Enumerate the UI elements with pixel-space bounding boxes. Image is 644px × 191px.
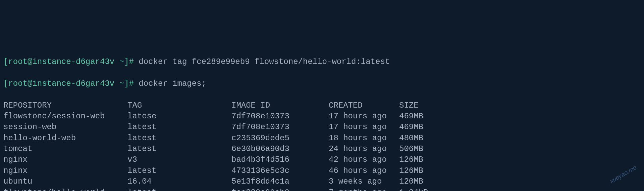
cell-image-id: c235369dede5: [231, 133, 329, 144]
cell-image-id: 6e30b06a90d3: [231, 144, 329, 154]
cell-repository: session-web: [3, 122, 127, 132]
command-line-2: [root@instance-d6gar43v ~]# docker image…: [3, 78, 641, 89]
cell-tag: 16.04: [127, 176, 231, 187]
cell-size: 506MB: [399, 144, 439, 154]
cell-tag: v3: [127, 154, 231, 165]
table-row: nginxlatest4733136e5c3c46 hours ago126MB: [3, 165, 439, 176]
header-size: SIZE: [399, 100, 439, 111]
prompt-open-bracket: [: [3, 79, 8, 88]
cell-tag: latest: [127, 187, 231, 191]
table-row: tomcatlatest6e30b06a90d324 hours ago506M…: [3, 144, 439, 154]
table-row: flowstone/hello-worldlatestfce289e99eb97…: [3, 187, 439, 191]
table-row: ubuntu16.045e13f8dd4c1a3 weeks ago120MB: [3, 176, 439, 187]
cell-size: 120MB: [399, 176, 439, 187]
header-image-id: IMAGE ID: [231, 100, 329, 111]
prompt-close-bracket: ]: [124, 79, 129, 88]
cell-image-id: 4733136e5c3c: [231, 165, 329, 176]
cell-tag: latest: [127, 144, 231, 154]
cell-created: 17 hours ago: [329, 122, 399, 132]
cell-size: 126MB: [399, 154, 439, 165]
cell-created: 24 hours ago: [329, 144, 399, 154]
prompt-symbol: #: [129, 79, 133, 88]
terminal-output[interactable]: [root@instance-d6gar43v ~]# docker tag f…: [3, 46, 641, 191]
cell-created: 17 hours ago: [329, 111, 399, 122]
cell-size: 469MB: [399, 122, 439, 132]
cell-repository: hello-world-web: [3, 133, 127, 144]
cell-created: 46 hours ago: [329, 165, 399, 176]
header-created: CREATED: [329, 100, 399, 111]
cell-tag: latest: [127, 133, 231, 144]
cell-image-id: 7df708e10373: [231, 111, 329, 122]
command-line-1: [root@instance-d6gar43v ~]# docker tag f…: [3, 56, 641, 67]
cell-tag: latest: [127, 122, 231, 132]
command-text: docker images;: [139, 79, 206, 88]
cell-repository: nginx: [3, 165, 127, 176]
cell-size: 126MB: [399, 165, 439, 176]
cell-size: 469MB: [399, 111, 439, 122]
cell-tag: latest: [127, 165, 231, 176]
table-row: hello-world-weblatestc235369dede518 hour…: [3, 133, 439, 144]
cell-tag: latese: [127, 111, 231, 122]
cell-image-id: 7df708e10373: [231, 122, 329, 132]
table-header-row: REPOSITORY TAG IMAGE ID CREATED SIZE: [3, 100, 439, 111]
cell-image-id: 5e13f8dd4c1a: [231, 176, 329, 187]
cell-repository: flowstone/hello-world: [3, 187, 127, 191]
prompt-open-bracket: [: [3, 57, 8, 66]
cell-created: 3 weeks ago: [329, 176, 399, 187]
cell-size: 1.84kB: [399, 187, 439, 191]
table-row: session-weblatest7df708e1037317 hours ag…: [3, 122, 439, 132]
table-row: nginxv3bad4b3f4d51642 hours ago126MB: [3, 154, 439, 165]
cell-image-id: bad4b3f4d516: [231, 154, 329, 165]
cell-repository: flowstone/session-web: [3, 111, 127, 122]
table-row: flowstone/session-weblatese7df708e103731…: [3, 111, 439, 122]
header-repository: REPOSITORY: [3, 100, 127, 111]
prompt-close-bracket: ]: [124, 57, 129, 66]
prompt-cwd: ~: [119, 79, 124, 88]
cell-repository: tomcat: [3, 144, 127, 154]
prompt-symbol: #: [129, 57, 133, 66]
cell-created: 18 hours ago: [329, 133, 399, 144]
cell-repository: ubuntu: [3, 176, 127, 187]
cell-image-id: fce289e99eb9: [231, 187, 329, 191]
cell-repository: nginx: [3, 154, 127, 165]
cell-created: 7 months ago: [329, 187, 399, 191]
prompt-user-host: root@instance-d6gar43v: [8, 79, 114, 88]
cell-created: 42 hours ago: [329, 154, 399, 165]
cell-size: 480MB: [399, 133, 439, 144]
header-tag: TAG: [127, 100, 231, 111]
prompt-cwd: ~: [119, 57, 124, 66]
prompt-user-host: root@instance-d6gar43v: [8, 57, 114, 66]
docker-images-table: REPOSITORY TAG IMAGE ID CREATED SIZE flo…: [3, 100, 439, 191]
command-text: docker tag fce289e99eb9 flowstone/hello-…: [139, 57, 390, 66]
